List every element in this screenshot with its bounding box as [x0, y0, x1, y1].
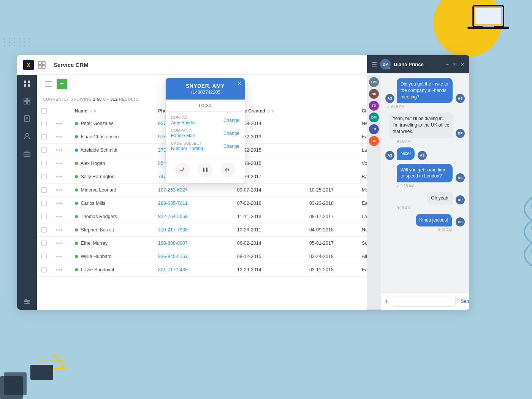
row-menu-button[interactable]: •••	[56, 200, 63, 206]
status-indicator	[75, 188, 78, 192]
msg-avatar-dp-1: DP	[456, 129, 465, 138]
header-checkbox[interactable]	[41, 108, 47, 114]
row-checkbox[interactable]	[41, 254, 47, 259]
phone-number[interactable]: 936-945-5162	[158, 254, 188, 259]
hangup-button[interactable]	[175, 162, 190, 177]
row-name-cell: Isaac Christensen	[70, 130, 154, 144]
contact-name[interactable]: Thomas Rodgers	[81, 214, 117, 219]
main-window: X Service CRM	[17, 55, 469, 310]
row-menu-button[interactable]: •••	[56, 160, 63, 166]
row-actions: •••	[56, 120, 66, 127]
phone-number[interactable]: 801-717-2435	[158, 267, 188, 272]
sidebar-icon-grid[interactable]	[23, 97, 31, 105]
chat-message-input[interactable]	[392, 296, 456, 307]
col-header-name[interactable]: Name ▽ ∨	[70, 105, 154, 117]
row-checkbox-cell	[37, 170, 51, 184]
row-menu-button[interactable]: •••	[56, 147, 63, 153]
contact-name[interactable]: Minerva Leonard	[81, 187, 116, 193]
row-checkbox[interactable]	[41, 227, 47, 233]
contact-name[interactable]: Alex Hogan	[81, 161, 105, 166]
row-checkbox[interactable]	[41, 147, 47, 153]
row-checkbox[interactable]	[41, 201, 47, 206]
row-menu-button[interactable]: •••	[56, 187, 63, 193]
app-title: Service CRM	[54, 62, 393, 68]
chat-attachment-button[interactable]: +	[385, 298, 389, 306]
change-contact-button[interactable]: Change	[223, 118, 239, 123]
chat-user-bd[interactable]: BD	[369, 89, 379, 99]
row-checkbox[interactable]	[41, 187, 47, 193]
sidebar-icon-apps[interactable]	[23, 79, 31, 88]
row-checkbox[interactable]	[41, 174, 47, 179]
add-record-button[interactable]: +	[57, 79, 67, 89]
chat-user-co[interactable]: CO	[369, 136, 379, 146]
row-checkbox[interactable]	[41, 161, 47, 166]
contact-name[interactable]: Adelaide Schmidt	[81, 147, 117, 153]
svg-rect-10	[38, 65, 41, 68]
row-date-cell: 09-07-2014	[233, 184, 305, 197]
chat-user-lb[interactable]: LB	[369, 124, 379, 134]
message-group-2: DP Yeah, but I'll be dialing in. I'm tra…	[385, 112, 465, 143]
row-actions-cell: •••	[51, 250, 70, 263]
bg-waves-decoration	[509, 190, 532, 266]
message-row-2: DP Yeah, but I'll be dialing in. I'm tra…	[385, 112, 465, 138]
row-menu-button[interactable]: •••	[56, 240, 63, 246]
change-case-button[interactable]: Change	[223, 144, 239, 149]
row-checkbox[interactable]	[41, 241, 47, 246]
phone-number[interactable]: 107-253-6327	[158, 187, 188, 193]
sidebar-icon-document[interactable]	[23, 114, 31, 123]
status-indicator	[75, 162, 78, 165]
message-row-4: Will you get some time to spend in Londo…	[385, 164, 465, 183]
row-actions: •••	[56, 187, 66, 193]
transfer-button[interactable]	[220, 162, 236, 177]
sidebar-icon-briefcase[interactable]	[23, 149, 31, 158]
close-call-popup-button[interactable]: ✕	[237, 81, 242, 87]
msg-bubble-3a: Nice!	[397, 147, 415, 160]
status-indicator	[75, 242, 78, 245]
svg-rect-11	[42, 65, 45, 68]
row-checkbox[interactable]	[41, 121, 47, 126]
row-menu-button[interactable]: •••	[56, 267, 63, 273]
phone-number[interactable]: 310-217-7938	[158, 227, 188, 233]
message-group-5: DP Oh yeah. 9:18 AM	[385, 192, 465, 210]
row-menu-button[interactable]: •••	[56, 134, 63, 140]
contact-name[interactable]: Sally Harrington	[81, 174, 114, 179]
row-actions: •••	[56, 267, 66, 273]
chat-send-button[interactable]: Send	[459, 297, 469, 306]
contact-name[interactable]: Willie Hubbard	[81, 254, 111, 259]
list-view-button[interactable]	[43, 79, 54, 89]
chat-user-td[interactable]: TD	[369, 101, 379, 111]
chat-user-dm[interactable]: DM	[369, 112, 379, 122]
row-menu-button[interactable]: •••	[56, 174, 63, 180]
message-group-3: AS Nice! AS	[385, 147, 465, 160]
row-name-cell: Adelaide Schmidt	[70, 144, 154, 157]
row-name-cell: Stephen Barrett	[70, 223, 154, 237]
change-company-button[interactable]: Change	[223, 131, 239, 136]
row-menu-button[interactable]: •••	[56, 214, 63, 220]
row-checkbox[interactable]	[41, 134, 47, 139]
row-checkbox[interactable]	[41, 214, 47, 219]
contact-name[interactable]: Peter Gonzales	[81, 121, 113, 126]
row-checkbox-cell	[37, 223, 51, 237]
row-checkbox[interactable]	[41, 267, 47, 272]
sidebar-icon-settings[interactable]	[23, 297, 31, 305]
message-row-6: Kinda jealous! AS	[385, 214, 465, 226]
phone-number[interactable]: 822-764-2058	[158, 214, 188, 219]
contact-name[interactable]: Carlos Mills	[81, 201, 105, 206]
row-menu-button[interactable]: •••	[56, 120, 63, 127]
contact-name[interactable]: Stephen Barrett	[81, 227, 114, 233]
row-date-cell: 07-02-2016	[233, 197, 305, 210]
row-date-cell: 12-29-2014	[233, 263, 305, 277]
contact-name[interactable]: Isaac Christensen	[81, 134, 119, 139]
row-date2-cell	[305, 170, 357, 184]
phone-number[interactable]: 288-635-7011	[158, 201, 188, 206]
contact-name[interactable]: Lizzie Sandoval	[81, 267, 114, 272]
sidebar-icon-person[interactable]	[23, 132, 31, 140]
hold-button[interactable]	[198, 162, 213, 177]
bg-dots-topleft	[4, 38, 32, 46]
status-indicator	[75, 135, 78, 138]
row-menu-button[interactable]: •••	[56, 227, 63, 233]
row-menu-button[interactable]: •••	[56, 253, 63, 260]
contact-name[interactable]: Ethel Murray	[81, 241, 108, 246]
phone-number[interactable]: 198-888-0007	[158, 241, 188, 246]
chat-user-hm[interactable]: HM	[369, 77, 379, 87]
